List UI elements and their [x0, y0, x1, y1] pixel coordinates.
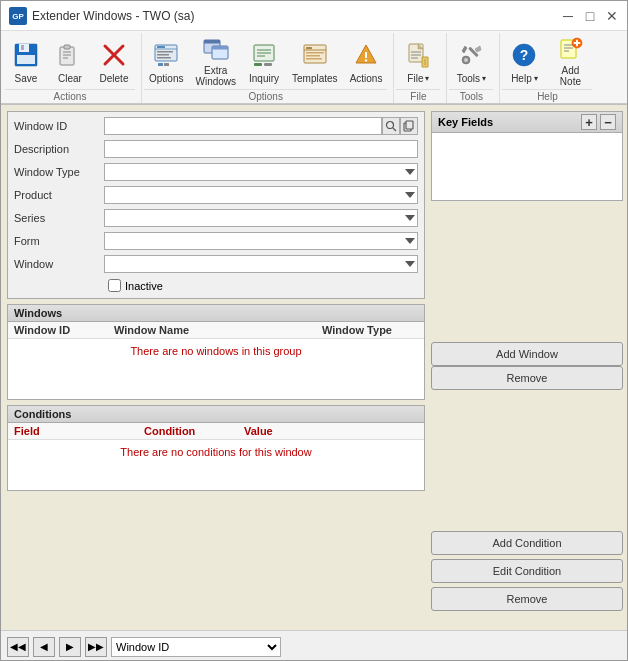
- window-id-field-group: [104, 117, 418, 135]
- window-title: Extender Windows - TWO (sa): [32, 9, 559, 23]
- inactive-row: Inactive: [14, 277, 418, 294]
- svg-line-62: [393, 128, 396, 131]
- maximize-icon[interactable]: □: [581, 7, 599, 25]
- nav-last-icon: ▶▶: [88, 641, 104, 652]
- content-area: Window ID Description: [1, 105, 628, 630]
- key-fields-add-btn[interactable]: +: [581, 114, 597, 130]
- key-fields-buttons: + −: [581, 114, 616, 130]
- file-icon: [402, 39, 434, 71]
- add-window-button[interactable]: Add Window: [431, 342, 623, 366]
- svg-point-39: [365, 59, 367, 61]
- right-column: Key Fields + − Add Window Remove Add C: [431, 111, 623, 624]
- clear-button[interactable]: Clear: [49, 33, 91, 89]
- field-row-series: Series: [14, 208, 418, 228]
- description-label: Description: [14, 143, 104, 155]
- extra-windows-label: ExtraWindows: [195, 65, 236, 87]
- nav-last-button[interactable]: ▶▶: [85, 637, 107, 657]
- key-fields-content: [432, 133, 622, 200]
- field-row-product: Product: [14, 185, 418, 205]
- svg-rect-5: [17, 55, 35, 64]
- conditions-col-field: Field: [12, 424, 142, 438]
- options-label: Options: [149, 73, 183, 84]
- field-row-description: Description: [14, 139, 418, 159]
- help-dropdown-icon: ▾: [534, 74, 538, 83]
- delete-icon: [98, 39, 130, 71]
- window-id-copy-btn[interactable]: [400, 117, 418, 135]
- svg-rect-18: [157, 57, 171, 59]
- windows-panel-title: Windows: [8, 305, 424, 322]
- add-condition-button[interactable]: Add Condition: [431, 531, 623, 555]
- conditions-actions: Add Condition Edit Condition Remove: [431, 531, 623, 611]
- app-icon: GP: [9, 7, 27, 25]
- save-label: Save: [15, 73, 38, 84]
- window-id-label: Window ID: [14, 120, 104, 132]
- close-icon[interactable]: ✕: [603, 7, 621, 25]
- templates-button[interactable]: Templates: [287, 33, 343, 89]
- file-button[interactable]: File ▾: [396, 33, 440, 89]
- save-icon: [10, 39, 42, 71]
- tools-icon: [455, 39, 487, 71]
- tools-group-label: Tools: [449, 89, 493, 103]
- svg-rect-20: [164, 63, 169, 66]
- actions-label: Actions: [350, 73, 383, 84]
- save-button[interactable]: Save: [5, 33, 47, 89]
- add-note-icon: [554, 35, 586, 63]
- svg-rect-17: [157, 54, 169, 56]
- inactive-checkbox[interactable]: [108, 279, 121, 292]
- nav-first-button[interactable]: ◀◀: [7, 637, 29, 657]
- templates-icon: [299, 39, 331, 71]
- options-button[interactable]: Options: [144, 33, 188, 89]
- edit-condition-button[interactable]: Edit Condition: [431, 559, 623, 583]
- help-label: Help: [511, 73, 532, 84]
- series-select[interactable]: [104, 209, 418, 227]
- bottom-bar: ◀◀ ◀ ▶ ▶▶ Window ID: [1, 630, 628, 661]
- form-select[interactable]: [104, 232, 418, 250]
- field-row-window: Window: [14, 254, 418, 274]
- ribbon-group-tools: Tools ▾ Tools: [449, 33, 500, 103]
- conditions-col-condition: Condition: [142, 424, 242, 438]
- remove-condition-button[interactable]: Remove: [431, 587, 623, 611]
- nav-prev-icon: ◀: [40, 641, 48, 652]
- svg-rect-30: [264, 63, 272, 66]
- actions-btn[interactable]: Actions: [345, 33, 388, 89]
- remove-window-button[interactable]: Remove: [431, 366, 623, 390]
- product-select[interactable]: [104, 186, 418, 204]
- add-note-button[interactable]: AddNote: [548, 33, 592, 89]
- svg-text:?: ?: [520, 47, 529, 63]
- windows-col-id: Window ID: [12, 323, 112, 337]
- svg-rect-6: [60, 47, 74, 65]
- conditions-table-body: There are no conditions for this window: [8, 440, 424, 490]
- window-id-search-btn[interactable]: [382, 117, 400, 135]
- window-id-input[interactable]: [104, 117, 382, 135]
- right-spacer-2: [431, 395, 623, 526]
- delete-button[interactable]: Delete: [93, 33, 135, 89]
- file-label: File: [407, 73, 423, 84]
- add-note-label: AddNote: [560, 65, 581, 87]
- tools-button[interactable]: Tools ▾: [449, 33, 493, 89]
- help-button[interactable]: ? Help ▾: [502, 33, 546, 89]
- nav-first-icon: ◀◀: [10, 641, 26, 652]
- nav-next-button[interactable]: ▶: [59, 637, 81, 657]
- extra-windows-button[interactable]: ExtraWindows: [190, 33, 241, 89]
- nav-prev-button[interactable]: ◀: [33, 637, 55, 657]
- svg-rect-35: [306, 55, 320, 57]
- windows-col-type: Window Type: [320, 323, 420, 337]
- inquiry-icon: [248, 39, 280, 71]
- conditions-empty-msg: There are no conditions for this window: [8, 440, 424, 464]
- window-select[interactable]: [104, 255, 418, 273]
- form-label: Form: [14, 235, 104, 247]
- window-type-select[interactable]: [104, 163, 418, 181]
- key-fields-remove-btn[interactable]: −: [600, 114, 616, 130]
- svg-rect-64: [406, 121, 413, 129]
- windows-empty-msg: There are no windows in this group: [8, 339, 424, 363]
- window-label: Window: [14, 258, 104, 270]
- minimize-icon[interactable]: ─: [559, 7, 577, 25]
- nav-sort-select[interactable]: Window ID: [111, 637, 281, 657]
- window-type-label: Window Type: [14, 166, 104, 178]
- description-input[interactable]: [104, 140, 418, 158]
- product-label: Product: [14, 189, 104, 201]
- inquiry-button[interactable]: Inquiry: [243, 33, 285, 89]
- ribbon-group-options: Options ExtraWindows: [144, 33, 394, 103]
- file-group-label: File: [396, 89, 440, 103]
- svg-rect-34: [306, 52, 324, 54]
